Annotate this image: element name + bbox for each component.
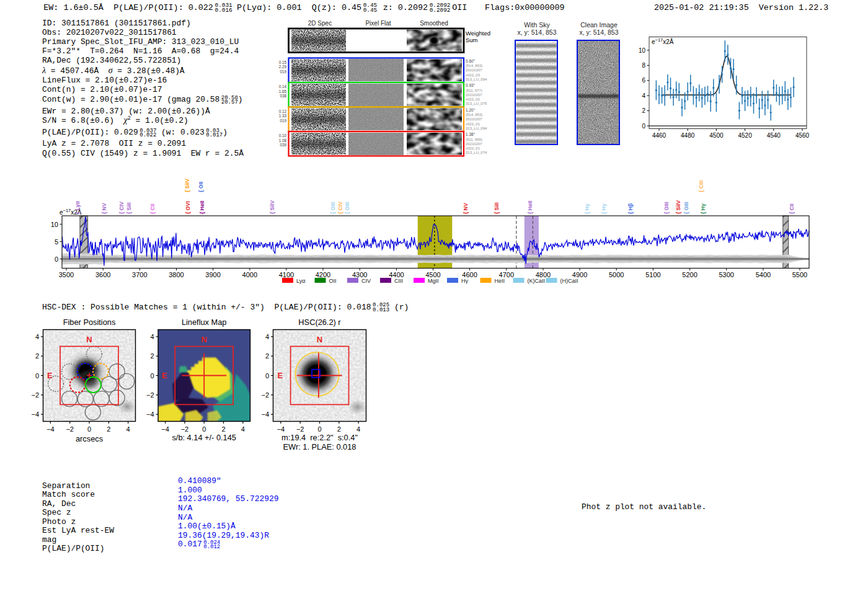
svg-text:Smoothed: Smoothed: [420, 20, 448, 27]
svg-text:3600: 3600: [95, 271, 110, 278]
svg-text:v022_03: v022_03: [466, 73, 480, 77]
svg-text:4: 4: [642, 92, 645, 99]
svg-text:v022_02: v022_02: [466, 97, 480, 101]
svg-text:5500: 5500: [792, 271, 807, 278]
svg-text:E: E: [47, 371, 53, 380]
svg-text:v022_01: v022_01: [466, 122, 480, 126]
svg-text:1.38": 1.38": [466, 132, 476, 136]
svg-text:4: 4: [265, 333, 269, 340]
svg-text:N: N: [317, 335, 322, 344]
svg-text:(511, 677): (511, 677): [466, 89, 482, 92]
svg-text:{ Hβ: { Hβ: [627, 203, 634, 214]
svg-text:10: 10: [639, 47, 646, 54]
svg-text:{ SiIV: { SiIV: [184, 179, 190, 192]
svg-text:With Sky: With Sky: [524, 21, 550, 29]
svg-text:0: 0: [642, 123, 645, 130]
svg-text:(H)CaII: (H)CaII: [560, 278, 578, 284]
svg-text:E: E: [277, 371, 283, 380]
svg-text:2: 2: [265, 352, 269, 360]
svg-text:E: E: [162, 371, 167, 380]
svg-text:0.10: 0.10: [279, 133, 287, 138]
svg-text:313_LU_075: 313_LU_075: [466, 102, 487, 105]
svg-text:−2: −2: [181, 425, 189, 433]
svg-text:−2: −2: [296, 425, 304, 433]
svg-text:20210207: 20210207: [466, 93, 482, 97]
svg-text:313_LU_074: 313_LU_074: [466, 151, 487, 154]
svg-text:arcsecs: arcsecs: [76, 434, 103, 443]
svg-text:3800: 3800: [169, 271, 184, 278]
svg-text:0: 0: [317, 425, 321, 433]
svg-text:OII: OII: [329, 278, 337, 284]
svg-text:HeII: HeII: [495, 278, 505, 284]
svg-text:4540: 4540: [767, 132, 781, 139]
svg-text:−4: −4: [261, 411, 269, 418]
svg-text:039: 039: [280, 143, 286, 147]
svg-text:1.65: 1.65: [279, 89, 287, 94]
svg-text:4: 4: [150, 333, 154, 340]
svg-text:−4: −4: [146, 411, 154, 418]
svg-text:4480: 4480: [681, 132, 695, 139]
svg-text:{ Hγ: { Hγ: [601, 203, 607, 214]
svg-text:MgII: MgII: [428, 278, 439, 284]
svg-text:2D Spec: 2D Spec: [308, 20, 332, 27]
svg-text:s/b: 4.14 +/- 0.145: s/b: 4.14 +/- 0.145: [172, 433, 236, 442]
svg-text:{ CIV: { CIV: [118, 202, 125, 214]
svg-text:10: 10: [51, 221, 58, 228]
svg-text:0: 0: [87, 425, 91, 433]
svg-text:5300: 5300: [719, 271, 733, 278]
svg-text:−2: −2: [146, 391, 154, 399]
svg-text:6: 6: [642, 77, 645, 84]
svg-text:{ CIV: { CIV: [337, 202, 343, 214]
svg-text:{ NV: { NV: [463, 203, 469, 214]
svg-text:0.15: 0.15: [279, 60, 287, 64]
svg-text:4460: 4460: [652, 132, 666, 139]
svg-text:5200: 5200: [682, 271, 697, 278]
svg-text:−4: −4: [31, 411, 39, 418]
svg-text:{ CII: { CII: [789, 203, 795, 214]
svg-text:019: 019: [280, 118, 286, 123]
svg-text:{ CIII: { CIII: [698, 180, 704, 192]
svg-text:019: 019: [280, 69, 286, 74]
svg-text:Hγ: Hγ: [461, 278, 468, 284]
svg-text:Sum: Sum: [466, 37, 478, 43]
svg-text:N: N: [202, 335, 207, 344]
svg-text:0: 0: [55, 256, 58, 263]
svg-text:v022_01: v022_01: [466, 146, 480, 150]
svg-text:0: 0: [150, 372, 154, 380]
svg-text:4000: 4000: [242, 271, 257, 278]
svg-text:4500: 4500: [709, 132, 724, 139]
svg-text:(511, 669): (511, 669): [466, 138, 482, 141]
svg-text:5400: 5400: [756, 271, 771, 278]
svg-text:{ OIII: { OIII: [344, 202, 350, 214]
svg-text:{ Lyα: { Lyα: [74, 201, 81, 214]
svg-text:Lineflux Map: Lineflux Map: [182, 318, 227, 327]
svg-text:2: 2: [221, 425, 225, 433]
svg-text:{ OIII: { OIII: [663, 202, 670, 214]
svg-text:e−17x2Å: e−17x2Å: [652, 37, 674, 45]
svg-text:2.29: 2.29: [279, 64, 287, 69]
svg-text:(514, 853): (514, 853): [466, 64, 482, 68]
svg-text:20210207: 20210207: [466, 117, 482, 121]
svg-text:{ SiIV: { SiIV: [675, 200, 681, 214]
svg-text:CIII: CIII: [394, 278, 403, 284]
svg-text:Pixel Flat: Pixel Flat: [365, 20, 391, 27]
svg-text:5000: 5000: [609, 271, 624, 278]
svg-text:0.12: 0.12: [279, 109, 287, 113]
svg-text:Weighted: Weighted: [466, 30, 490, 37]
svg-text:0.93": 0.93": [466, 83, 476, 87]
svg-text:{ NV: { NV: [101, 203, 107, 214]
svg-text:4520: 4520: [738, 132, 752, 139]
svg-text:CIV: CIV: [361, 278, 371, 284]
svg-text:2: 2: [107, 425, 110, 433]
svg-text:{ SiIV: { SiIV: [269, 200, 275, 214]
svg-text:{ CII: { CII: [149, 203, 156, 214]
svg-text:4100: 4100: [279, 271, 294, 278]
svg-text:0.14: 0.14: [279, 84, 287, 89]
svg-text:5100: 5100: [645, 271, 660, 278]
svg-text:2: 2: [337, 425, 341, 433]
svg-text:3500: 3500: [59, 271, 74, 278]
svg-text:(K)CaII: (K)CaII: [528, 278, 546, 284]
svg-text:HSC(26.2) r: HSC(26.2) r: [298, 318, 341, 327]
svg-text:{ OVI: { OVI: [185, 201, 191, 214]
svg-text:4560: 4560: [795, 132, 810, 139]
